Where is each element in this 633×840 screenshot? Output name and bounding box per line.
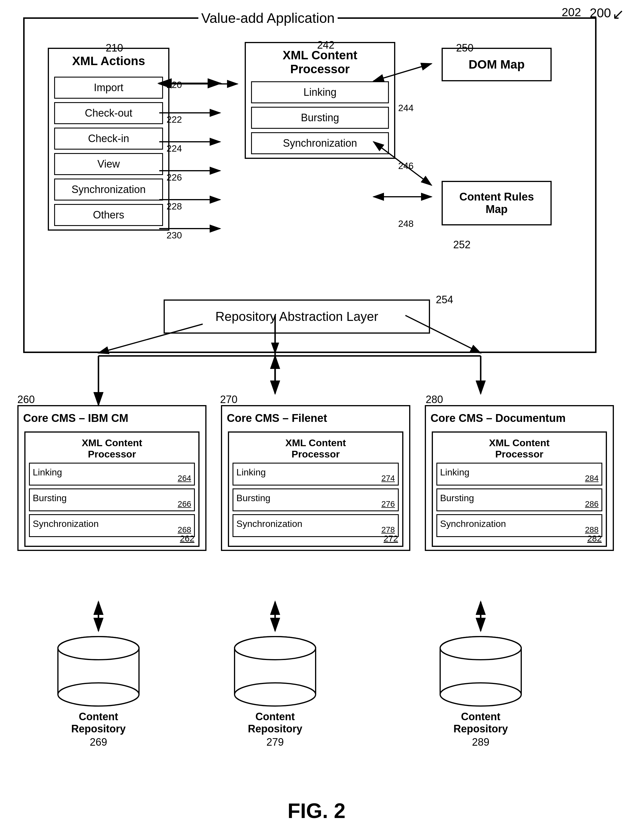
cms-filenet-linking: Linking 274 bbox=[233, 463, 399, 486]
proc-linking: Linking bbox=[251, 81, 389, 103]
cms-ibm-processor-box: XML ContentProcessor 262 Linking 264 Bur… bbox=[24, 431, 199, 547]
ref-269: 269 bbox=[90, 736, 107, 748]
svg-point-36 bbox=[234, 683, 316, 706]
ral-label: Repository Abstraction Layer bbox=[215, 309, 378, 324]
ref-222: 222 bbox=[166, 114, 182, 125]
cms-filenet-bursting: Bursting 276 bbox=[233, 488, 399, 511]
cms-ibm-sync: Synchronization 268 bbox=[29, 514, 195, 537]
cms-documentum-linking: Linking 284 bbox=[437, 463, 602, 486]
ref-279: 279 bbox=[266, 736, 284, 748]
content-rules-box: Content Rules Map bbox=[442, 181, 552, 226]
ref-226: 226 bbox=[166, 172, 182, 183]
ref-250: 250 bbox=[456, 42, 473, 54]
ref-270: 270 bbox=[220, 393, 237, 406]
repo-filenet-group: ContentRepository 279 bbox=[229, 634, 321, 748]
cms-filenet-processor-box: XML ContentProcessor 272 Linking 274 Bur… bbox=[228, 431, 403, 547]
ref-242: 242 bbox=[317, 39, 334, 51]
content-rules-label: Content Rules Map bbox=[449, 191, 545, 216]
repo-ibm-label: ContentRepository bbox=[71, 711, 126, 735]
action-view: View bbox=[54, 153, 163, 175]
proc-bursting: Bursting bbox=[251, 107, 389, 129]
main-box-label: Value-add Application bbox=[198, 10, 338, 26]
svg-point-37 bbox=[234, 636, 316, 660]
ref-228: 228 bbox=[166, 201, 182, 212]
cms-documentum-proc-title: XML ContentProcessor bbox=[437, 437, 602, 460]
ref-276: 276 bbox=[381, 499, 395, 509]
main-application-box: Value-add Application XML Actions Import… bbox=[23, 17, 597, 353]
cms-ibm-bursting: Bursting 266 bbox=[29, 488, 195, 511]
ref-286: 286 bbox=[585, 499, 598, 509]
ref-288: 288 bbox=[585, 525, 598, 534]
ref-268: 268 bbox=[178, 525, 191, 534]
repo-ibm-cylinder bbox=[52, 634, 145, 709]
cms-documentum-processor-box: XML ContentProcessor 282 Linking 284 Bur… bbox=[432, 431, 607, 547]
cms-documentum-title: Core CMS – Documentum bbox=[426, 406, 613, 427]
ref-264: 264 bbox=[178, 474, 191, 483]
ral-box: Repository Abstraction Layer bbox=[164, 300, 430, 334]
arrow-corner: ↙ bbox=[612, 6, 624, 22]
dom-map-label: DOM Map bbox=[449, 58, 545, 71]
repo-documentum-label: ContentRepository bbox=[453, 711, 508, 735]
cms-ibm-linking: Linking 264 bbox=[29, 463, 195, 486]
repo-filenet-cylinder bbox=[229, 634, 321, 709]
cms-documentum-sync: Synchronization 288 bbox=[437, 514, 602, 537]
ref-284: 284 bbox=[585, 474, 598, 483]
xml-processor-top-box: XML ContentProcessor Linking Bursting Sy… bbox=[245, 42, 395, 159]
ref-266: 266 bbox=[178, 499, 191, 509]
ref-244: 244 bbox=[398, 103, 413, 114]
repo-documentum-group: ContentRepository 289 bbox=[434, 634, 527, 748]
proc-synchronization: Synchronization bbox=[251, 132, 389, 154]
ref-274: 274 bbox=[381, 474, 395, 483]
cms-documentum-box: Core CMS – Documentum XML ContentProcess… bbox=[425, 405, 614, 551]
ref-230: 230 bbox=[166, 230, 182, 241]
action-checkout: Check-out bbox=[54, 102, 163, 124]
diagram: 202 200 ↙ Value-add Application XML Acti… bbox=[0, 0, 633, 840]
xml-actions-box: XML Actions Import Check-out Check-in Vi… bbox=[48, 48, 169, 231]
ref-280: 280 bbox=[426, 393, 443, 406]
repo-filenet-label: ContentRepository bbox=[248, 711, 302, 735]
ref-210: 210 bbox=[106, 42, 123, 54]
svg-point-42 bbox=[440, 683, 521, 706]
fig-label: FIG. 2 bbox=[288, 799, 345, 823]
cms-ibm-cm-box: Core CMS – IBM CM XML ContentProcessor 2… bbox=[17, 405, 206, 551]
ref-224: 224 bbox=[166, 143, 182, 154]
repo-ibm-group: ContentRepository 269 bbox=[52, 634, 145, 748]
ref-248: 248 bbox=[398, 218, 413, 229]
cms-filenet-sync: Synchronization 278 bbox=[233, 514, 399, 537]
cms-filenet-box: Core CMS – Filenet XML ContentProcessor … bbox=[221, 405, 410, 551]
ref-260: 260 bbox=[17, 393, 35, 406]
cms-section: Core CMS – IBM CM XML ContentProcessor 2… bbox=[17, 405, 614, 551]
svg-point-30 bbox=[58, 683, 139, 706]
ref-254: 254 bbox=[436, 294, 453, 306]
ref-202: 202 bbox=[562, 6, 581, 19]
cms-documentum-bursting: Bursting 286 bbox=[437, 488, 602, 511]
action-import: Import bbox=[54, 77, 163, 99]
ref-246: 246 bbox=[398, 161, 413, 171]
repo-documentum-cylinder bbox=[434, 634, 527, 709]
cms-filenet-proc-title: XML ContentProcessor bbox=[233, 437, 399, 460]
ref-289: 289 bbox=[472, 736, 489, 748]
cms-ibm-proc-title: XML ContentProcessor bbox=[29, 437, 195, 460]
action-others: Others bbox=[54, 204, 163, 226]
svg-point-43 bbox=[440, 636, 521, 660]
action-checkin: Check-in bbox=[54, 128, 163, 150]
ref-278: 278 bbox=[381, 525, 395, 534]
ref-252: 252 bbox=[453, 239, 470, 251]
ref-220: 220 bbox=[166, 80, 182, 90]
cms-filenet-title: Core CMS – Filenet bbox=[222, 406, 409, 427]
action-synchronization: Synchronization bbox=[54, 178, 163, 201]
svg-point-31 bbox=[58, 636, 139, 660]
cms-ibm-cm-title: Core CMS – IBM CM bbox=[19, 406, 205, 427]
